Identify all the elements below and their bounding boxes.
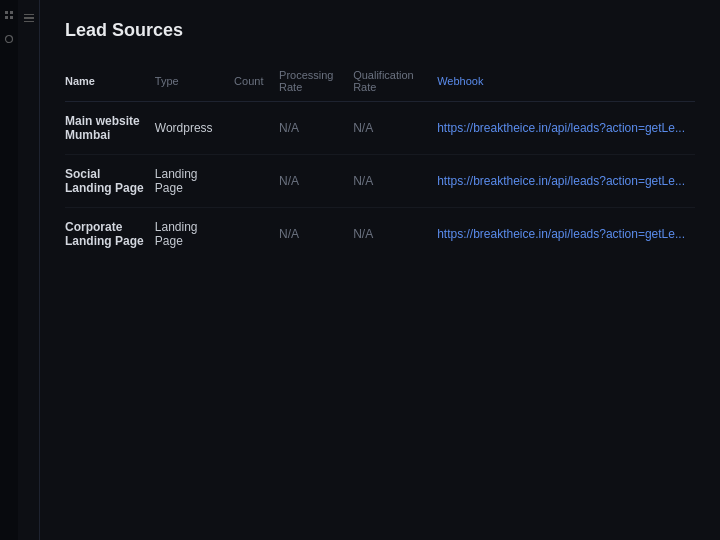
svg-rect-2 <box>5 16 8 19</box>
cell-name-1[interactable]: Social Landing Page <box>65 155 155 208</box>
cell-name-0[interactable]: Main website Mumbai <box>65 102 155 155</box>
svg-point-4 <box>6 36 13 43</box>
cell-webhook-2[interactable]: https://breaktheice.in/api/leads?action=… <box>437 208 695 261</box>
page-title: Lead Sources <box>65 20 695 41</box>
svg-rect-1 <box>10 11 13 14</box>
cell-count-1 <box>234 155 279 208</box>
cell-name-2[interactable]: Corporate Landing Page <box>65 208 155 261</box>
col-header-type: Type <box>155 61 234 102</box>
cell-webhook-0[interactable]: https://breaktheice.in/api/leads?action=… <box>437 102 695 155</box>
cell-processing-0: N/A <box>279 102 353 155</box>
cell-type-1: Landing Page <box>155 155 234 208</box>
svg-rect-0 <box>5 11 8 14</box>
nav-icon-1[interactable] <box>2 8 16 22</box>
cell-webhook-1[interactable]: https://breaktheice.in/api/leads?action=… <box>437 155 695 208</box>
table-header-row: Name Type Count Processing Rate Qualific… <box>65 61 695 102</box>
cell-qualification-1: N/A <box>353 155 437 208</box>
cell-processing-2: N/A <box>279 208 353 261</box>
col-header-count: Count <box>234 61 279 102</box>
left-nav <box>0 0 18 540</box>
cell-processing-1: N/A <box>279 155 353 208</box>
nav-icon-2[interactable] <box>2 32 16 46</box>
cell-type-2: Landing Page <box>155 208 234 261</box>
table-container: Name Type Count Processing Rate Qualific… <box>65 61 695 260</box>
lead-sources-table: Name Type Count Processing Rate Qualific… <box>65 61 695 260</box>
cell-count-0 <box>234 102 279 155</box>
col-header-webhook: Webhook <box>437 61 695 102</box>
svg-rect-3 <box>10 16 13 19</box>
cell-count-2 <box>234 208 279 261</box>
col-header-name: Name <box>65 61 155 102</box>
col-header-processing: Processing Rate <box>279 61 353 102</box>
sidebar <box>18 0 40 540</box>
cell-type-0: Wordpress <box>155 102 234 155</box>
cell-qualification-0: N/A <box>353 102 437 155</box>
table-row: Main website Mumbai Wordpress N/A N/A ht… <box>65 102 695 155</box>
sidebar-toggle[interactable] <box>21 10 37 26</box>
cell-qualification-2: N/A <box>353 208 437 261</box>
main-content: Lead Sources Name Type Count Processing … <box>40 0 720 540</box>
col-header-qualification: Qualification Rate <box>353 61 437 102</box>
table-row: Corporate Landing Page Landing Page N/A … <box>65 208 695 261</box>
table-row: Social Landing Page Landing Page N/A N/A… <box>65 155 695 208</box>
